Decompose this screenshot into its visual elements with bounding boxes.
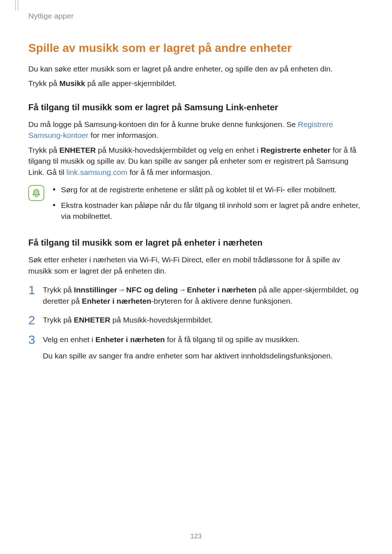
app-name-musikk: Musikk [60, 79, 85, 87]
text: for å få tilgang til og spille av musikk… [165, 335, 299, 344]
step-body: Velg en enhet i Enheter i nærheten for å… [43, 334, 364, 361]
step-body: Trykk på ENHETER på Musikk-hovedskjermbi… [43, 315, 364, 325]
bullet-text-2: Ekstra kostnader kan påløpe når du får t… [61, 200, 364, 222]
step-number: 2 [28, 314, 43, 326]
label-enheter-i-naerheten: Enheter i nærheten [95, 335, 165, 344]
section1-paragraph-1: Du må logge på Samsung-kontoen din for å… [28, 119, 364, 141]
step-number: 1 [28, 284, 43, 296]
section-heading-samsung-link: Få tilgang til musikk som er lagret på S… [28, 102, 364, 112]
bullet-icon [53, 188, 55, 190]
page-title: Spille av musikk som er lagret på andre … [28, 41, 364, 55]
step-body: Trykk på Innstillinger→NFC og deling→Enh… [43, 284, 364, 307]
bullet-text-1: Sørg for at de registrerte enhetene er s… [61, 184, 337, 195]
text: Trykk på [43, 316, 74, 324]
label-enheter-i-naerheten-toggle: Enheter i nærheten [82, 297, 151, 305]
note-list: Sørg for at de registrerte enhetene er s… [53, 184, 364, 226]
bullet-item: Ekstra kostnader kan påløpe når du får t… [53, 200, 364, 222]
bullet-item: Sørg for at de registrerte enhetene er s… [53, 184, 364, 195]
label-enheter: ENHETER [60, 146, 96, 154]
text: Trykk på [28, 79, 60, 87]
text: Trykk på [28, 146, 60, 154]
section-heading-enheter-naerheten: Få tilgang til musikk som er lagret på e… [28, 238, 364, 248]
intro-paragraph-2: Trykk på Musikk på alle apper-skjermbild… [28, 78, 364, 89]
note-icon [28, 185, 44, 201]
step-2: 2 Trykk på ENHETER på Musikk-hovedskjerm… [28, 315, 364, 326]
bullet-icon [53, 204, 55, 206]
link-samsung-com[interactable]: link.samsung.com [66, 168, 127, 176]
text: -bryteren for å aktivere denne funksjone… [151, 297, 293, 305]
page-number: 123 [0, 532, 392, 540]
text: på alle apper-skjermbildet. [85, 79, 177, 87]
label-enheter: ENHETER [74, 316, 110, 324]
text: for å få mer informasjon. [127, 168, 212, 176]
page-content: Nyttige apper Spille av musikk som er la… [0, 0, 392, 361]
label-enheter-i-naerheten: Enheter i nærheten [187, 286, 256, 294]
text: Velg en enhet i [43, 335, 95, 344]
arrow-icon: → [178, 286, 187, 294]
arrow-icon: → [117, 286, 126, 294]
label-nfc-og-deling: NFC og deling [126, 286, 178, 294]
step-1: 1 Trykk på Innstillinger→NFC og deling→E… [28, 284, 364, 307]
step-3: 3 Velg en enhet i Enheter i nærheten for… [28, 334, 364, 361]
text: Trykk på [43, 286, 74, 294]
text: på Musikk-hovedskjermbildet. [110, 316, 213, 324]
label-innstillinger: Innstillinger [74, 286, 117, 294]
section1-paragraph-2: Trykk på ENHETER på Musikk-hovedskjermbi… [28, 145, 364, 178]
text: på Musikk-hovedskjermbildet og velg en e… [96, 146, 261, 154]
intro-paragraph-1: Du kan søke etter musikk som er lagret p… [28, 63, 364, 74]
breadcrumb: Nyttige apper [28, 12, 364, 20]
label-registrerte-enheter: Registrerte enheter [261, 146, 331, 154]
text: Du må logge på Samsung-kontoen din for å… [28, 120, 298, 128]
text: for mer informasjon. [89, 131, 159, 139]
page-corner-mark [15, 0, 18, 10]
step-number: 3 [28, 333, 43, 346]
section2-paragraph-1: Søk etter enheter i nærheten via Wi-Fi, … [28, 254, 364, 276]
step-3-subtext: Du kan spille av sanger fra andre enhete… [43, 350, 364, 361]
note-box: Sørg for at de registrerte enhetene er s… [28, 184, 364, 226]
